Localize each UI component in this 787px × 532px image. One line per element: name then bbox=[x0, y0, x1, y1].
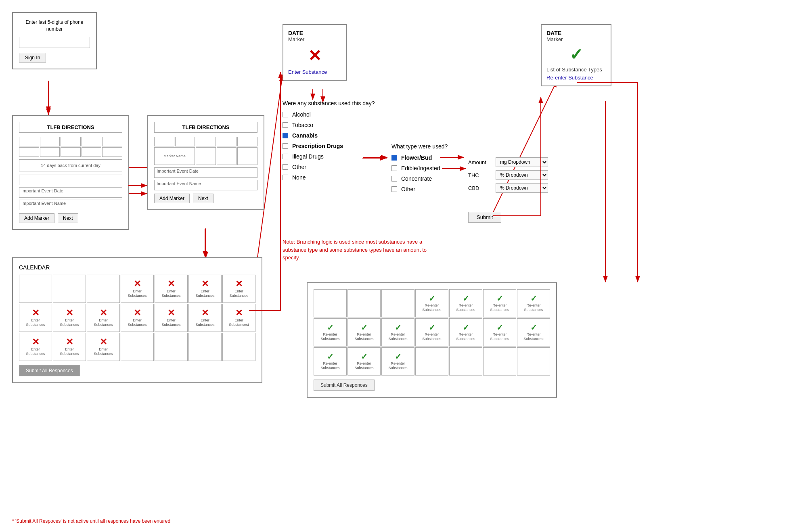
cal-red-x-cell[interactable]: ✕ EnterSubstances bbox=[155, 275, 188, 303]
cal-empty-cell[interactable] bbox=[188, 333, 222, 361]
cal-cell bbox=[19, 137, 39, 146]
completed-calendar-grid: ✓ Re-enterSubstances ✓ Re-enterSubstance… bbox=[314, 289, 550, 376]
cell-label: EnterSubstances bbox=[161, 289, 180, 298]
main-calendar-grid: ✕ EnterSubstances ✕ EnterSubstances ✕ En… bbox=[19, 275, 255, 361]
type-list: Flower/Bud Edible/Ingested Concentrate O… bbox=[391, 154, 480, 192]
event-date-input-1[interactable] bbox=[19, 175, 122, 185]
substance-item-cannabis[interactable]: Cannabis bbox=[283, 132, 424, 139]
cal-red-x-cell[interactable]: ✕ EnterSubstances bbox=[87, 333, 120, 361]
red-x-icon: ✕ bbox=[100, 338, 107, 346]
red-x-big-icon: ✕ bbox=[308, 47, 322, 65]
cal-red-x-cell[interactable]: ✕ EnterSubstances bbox=[53, 333, 86, 361]
cal-red-x-cell[interactable]: ✕ EnterSubstances bbox=[87, 304, 120, 332]
checkbox-other-type[interactable] bbox=[391, 186, 397, 192]
green-check-icon: ✓ bbox=[530, 323, 537, 332]
cal-empty-cell[interactable] bbox=[19, 275, 52, 303]
comp-cell-label: Re-enterSubstances bbox=[490, 332, 509, 341]
comp-green-cell[interactable]: ✓ Re-enterSubstances bbox=[314, 318, 347, 346]
comp-green-cell[interactable]: ✓ Re-enterSubstances bbox=[415, 289, 448, 317]
type-item-edible[interactable]: Edible/Ingested bbox=[391, 165, 480, 171]
comp-green-cell[interactable]: ✓ Re-enterSubstancest bbox=[517, 318, 550, 346]
re-enter-substance-link[interactable]: Re-enter Substance bbox=[546, 75, 606, 81]
cal-empty-cell[interactable] bbox=[222, 333, 255, 361]
add-marker-btn-2[interactable]: Add Marker bbox=[154, 194, 190, 203]
comp-green-cell[interactable]: ✓ Re-enterSubstances bbox=[314, 347, 347, 376]
submit-btn[interactable]: Submit bbox=[468, 212, 501, 223]
phone-input[interactable] bbox=[19, 37, 90, 48]
submit-all-btn[interactable]: Submit All Responces bbox=[19, 365, 80, 376]
checkbox-other[interactable] bbox=[283, 164, 288, 170]
cal-red-x-cell[interactable]: ✕ EnterSubstances bbox=[19, 333, 52, 361]
checkbox-flower[interactable] bbox=[391, 155, 397, 161]
comp-green-cell[interactable]: ✓ Re-enterSubstances bbox=[517, 289, 550, 317]
comp-empty-cell[interactable] bbox=[483, 347, 516, 376]
type-item-flower[interactable]: Flower/Bud bbox=[391, 154, 480, 161]
next-btn-2[interactable]: Next bbox=[193, 194, 213, 203]
type-item-other-type[interactable]: Other bbox=[391, 186, 480, 192]
checkbox-none[interactable] bbox=[283, 175, 288, 180]
comp-green-cell[interactable]: ✓ Re-enterSubstances bbox=[381, 347, 414, 376]
type-label-edible: Edible/Ingested bbox=[401, 165, 440, 171]
red-x-icon: ✕ bbox=[66, 309, 73, 317]
type-label-other: Other bbox=[401, 186, 415, 192]
comp-green-cell[interactable]: ✓ Re-enterSubstances bbox=[483, 289, 516, 317]
cal-red-x-cell[interactable]: ✕ EnterSubstances bbox=[222, 275, 255, 303]
comp-green-cell[interactable]: ✓ Re-enterSubstances bbox=[449, 318, 482, 346]
comp-green-cell[interactable]: ✓ Re-enterSubstances bbox=[347, 318, 381, 346]
comp-empty-cell[interactable] bbox=[449, 347, 482, 376]
amount-row: Amount mg Dropdown bbox=[468, 157, 569, 167]
cell-label: EnterSubstances bbox=[195, 318, 214, 327]
cbd-dropdown[interactable]: % Dropdown bbox=[496, 183, 548, 193]
comp-green-cell[interactable]: ✓ Re-enterSubstances bbox=[483, 318, 516, 346]
checkbox-edible[interactable] bbox=[391, 165, 397, 171]
cell-label: EnterSubstances bbox=[229, 289, 248, 298]
comp-green-cell[interactable]: ✓ Re-enterSubstances bbox=[381, 318, 414, 346]
cal-red-x-cell[interactable]: ✕ EnterSubstances bbox=[53, 304, 86, 332]
checkbox-tobacco[interactable] bbox=[283, 122, 288, 128]
event-name-display-2: Important Event Name bbox=[154, 180, 257, 190]
comp-empty-cell[interactable] bbox=[517, 347, 550, 376]
cal-empty-cell[interactable] bbox=[155, 333, 188, 361]
cal-red-x-cell[interactable]: ✕ EnterSubstancest bbox=[222, 304, 255, 332]
cal-red-x-cell[interactable]: ✕ EnterSubstances bbox=[121, 304, 154, 332]
comp-empty-cell[interactable] bbox=[415, 347, 448, 376]
next-btn-1[interactable]: Next bbox=[58, 213, 78, 223]
cal-red-x-cell[interactable]: ✕ EnterSubstances bbox=[121, 275, 154, 303]
checkbox-cannabis[interactable] bbox=[283, 133, 288, 138]
checkbox-alcohol[interactable] bbox=[283, 112, 288, 117]
cal-empty-cell[interactable] bbox=[53, 275, 86, 303]
substance-item-alcohol[interactable]: Alcohol bbox=[283, 111, 424, 118]
green-check-icon: ✓ bbox=[496, 323, 503, 332]
type-item-concentrate[interactable]: Concentrate bbox=[391, 175, 480, 182]
checkbox-prescription[interactable] bbox=[283, 143, 288, 149]
comp-empty-cell[interactable] bbox=[347, 289, 381, 317]
add-marker-btn-1[interactable]: Add Marker bbox=[19, 213, 54, 223]
signin-button[interactable]: Sign In bbox=[19, 53, 46, 63]
enter-substance-link[interactable]: Enter Substance bbox=[288, 69, 341, 75]
comp-green-cell[interactable]: ✓ Re-enterSubstances bbox=[415, 318, 448, 346]
cell-label: EnterSubstances bbox=[128, 318, 147, 327]
green-check-icon: ✓ bbox=[429, 323, 435, 332]
amount-dropdown[interactable]: mg Dropdown bbox=[496, 157, 548, 167]
comp-green-cell[interactable]: ✓ Re-enterSubstances bbox=[449, 289, 482, 317]
red-x-icon: ✕ bbox=[32, 309, 39, 317]
cal-red-x-cell[interactable]: ✕ EnterSubstances bbox=[188, 275, 222, 303]
cal-cell bbox=[237, 137, 257, 146]
comp-green-cell[interactable]: ✓ Re-enterSubstances bbox=[347, 347, 381, 376]
red-x-icon: ✕ bbox=[134, 280, 141, 288]
thc-dropdown[interactable]: % Dropdown bbox=[496, 170, 548, 180]
comp-cell-label: Re-enterSubstances bbox=[320, 332, 339, 341]
comp-empty-cell[interactable] bbox=[381, 289, 414, 317]
substance-item-tobacco[interactable]: Tobacco bbox=[283, 122, 424, 128]
green-check-icon: ✓ bbox=[530, 294, 537, 303]
cal-empty-cell[interactable] bbox=[121, 333, 154, 361]
cal-red-x-cell[interactable]: ✕ EnterSubstances bbox=[188, 304, 222, 332]
cal-red-x-cell[interactable]: ✕ EnterSubstances bbox=[19, 304, 52, 332]
checkbox-concentrate[interactable] bbox=[391, 176, 397, 182]
checkbox-illegal[interactable] bbox=[283, 154, 288, 159]
comp-empty-cell[interactable] bbox=[314, 289, 347, 317]
cal-empty-cell[interactable] bbox=[87, 275, 120, 303]
cal-red-x-cell[interactable]: ✕ EnterSubstances bbox=[155, 304, 188, 332]
cell-label: EnterSubstances bbox=[26, 318, 45, 327]
submit-all-completed-btn[interactable]: Submit All Responces bbox=[314, 380, 375, 391]
